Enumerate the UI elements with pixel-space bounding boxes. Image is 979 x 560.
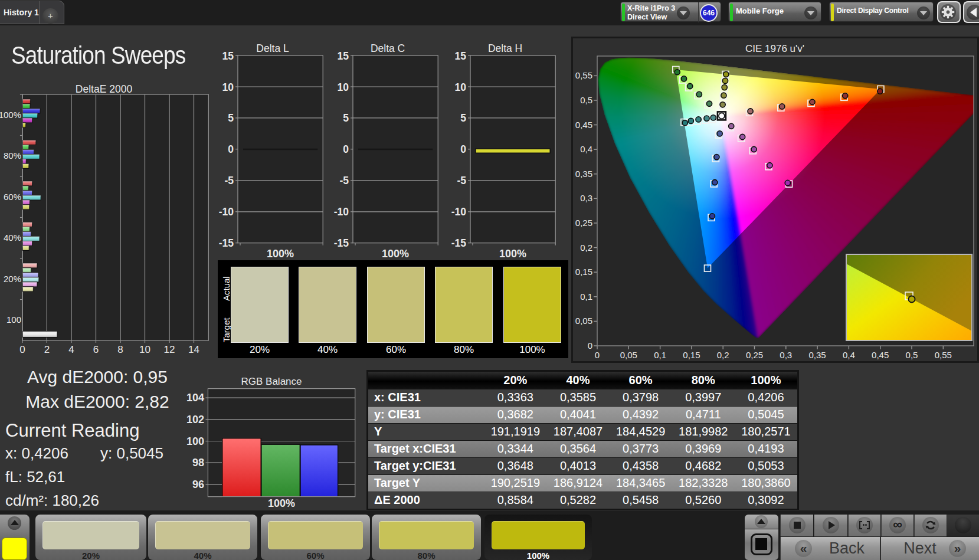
svg-text:2: 2 [44,344,50,355]
svg-text:0,5: 0,5 [906,350,918,360]
svg-text:0,35: 0,35 [808,350,826,360]
svg-text:-15: -15 [219,237,234,249]
svg-text:-15: -15 [451,237,467,249]
svg-text:0: 0 [228,143,234,155]
svg-text:0,2: 0,2 [717,350,729,360]
svg-text:0,35: 0,35 [575,169,592,179]
svg-text:0: 0 [343,143,349,155]
svg-text:Delta H: Delta H [488,42,522,54]
svg-text:98: 98 [192,457,204,469]
svg-text:40%: 40% [4,232,21,243]
svg-text:100: 100 [186,435,204,447]
svg-text:6: 6 [93,344,99,355]
svg-text:0,2: 0,2 [580,243,592,253]
svg-text:100%: 100% [267,248,294,260]
svg-text:-10: -10 [334,206,349,218]
svg-text:0,25: 0,25 [575,218,592,228]
svg-text:100%: 100% [0,110,21,120]
svg-text:0: 0 [460,143,466,155]
svg-text:0,55: 0,55 [575,70,592,80]
svg-text:5: 5 [228,112,234,124]
svg-text:CIE 1976 u'v': CIE 1976 u'v' [745,43,804,54]
svg-text:10: 10 [222,81,234,93]
svg-text:80%: 80% [4,150,21,161]
svg-text:10: 10 [139,344,150,355]
svg-text:102: 102 [186,414,204,425]
svg-text:100%: 100% [382,248,409,260]
svg-text:-5: -5 [224,175,234,186]
svg-text:0: 0 [595,350,600,360]
svg-text:12: 12 [164,344,175,355]
svg-text:15: 15 [222,50,234,62]
svg-text:0,15: 0,15 [683,350,700,360]
svg-text:-15: -15 [334,237,349,249]
svg-text:RGB Balance: RGB Balance [241,376,302,387]
svg-text:0,25: 0,25 [746,350,763,360]
svg-text:0,05: 0,05 [620,350,637,360]
svg-text:0,3: 0,3 [580,193,592,203]
svg-text:15: 15 [455,50,467,62]
svg-text:10: 10 [338,81,349,93]
svg-text:0: 0 [19,344,25,355]
svg-text:10: 10 [455,81,467,93]
svg-text:100%: 100% [499,248,526,260]
svg-text:DeltaE 2000: DeltaE 2000 [76,83,133,95]
svg-text:-10: -10 [219,206,234,218]
svg-text:0,05: 0,05 [575,316,592,326]
svg-text:0: 0 [588,340,592,351]
svg-text:4: 4 [68,344,74,355]
svg-text:5: 5 [343,112,349,124]
svg-text:100: 100 [6,315,21,325]
svg-text:0,5: 0,5 [580,95,592,105]
svg-text:0,1: 0,1 [580,292,592,302]
svg-text:20%: 20% [4,274,21,284]
svg-text:0,3: 0,3 [780,350,792,360]
svg-text:-10: -10 [451,206,467,218]
svg-text:0,4: 0,4 [843,350,855,360]
svg-text:Delta L: Delta L [256,42,289,54]
svg-text:0,45: 0,45 [872,350,889,360]
svg-text:100%: 100% [268,497,295,509]
svg-text:Delta C: Delta C [371,42,405,54]
svg-text:0,55: 0,55 [935,350,952,360]
svg-text:-5: -5 [457,175,466,186]
svg-text:5: 5 [460,112,466,124]
svg-text:14: 14 [188,344,199,355]
svg-text:0,4: 0,4 [580,144,592,154]
svg-text:-5: -5 [339,175,349,186]
svg-text:0,1: 0,1 [654,350,666,360]
svg-text:60%: 60% [4,192,21,202]
svg-text:0,15: 0,15 [575,267,592,277]
svg-text:0,45: 0,45 [575,120,592,130]
svg-text:8: 8 [117,344,123,355]
svg-text:96: 96 [192,479,204,490]
svg-text:15: 15 [338,50,349,62]
svg-text:104: 104 [186,392,204,404]
